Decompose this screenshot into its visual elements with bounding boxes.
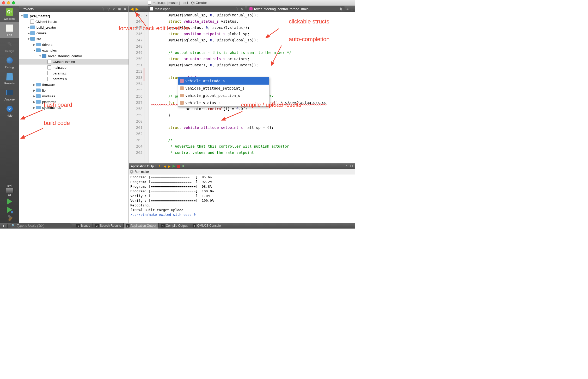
debug-icon	[7, 57, 13, 64]
close-window[interactable]	[2, 1, 5, 4]
file-tab[interactable]: main.cpp* ⇅ ✕	[148, 6, 245, 11]
rerun-icon[interactable]: ↻	[159, 165, 162, 168]
output-header: Application Output ↻ ◀ ▶ ⚑ ⌃ ☐	[129, 163, 355, 169]
line-marker-icon[interactable]: #	[347, 7, 348, 11]
fold-gutter[interactable]: ▼	[144, 12, 149, 163]
struct-icon	[180, 94, 184, 97]
mode-help[interactable]: ? Help	[0, 103, 19, 119]
dropdown-icon[interactable]: ⇅	[102, 7, 105, 11]
chevron-icon: ⇅	[340, 7, 342, 11]
out-back-icon[interactable]: ◀	[164, 165, 166, 168]
edit-icon	[6, 24, 13, 32]
tree-item[interactable]: ▶drivers	[19, 42, 128, 47]
design-icon: ✎	[5, 40, 14, 48]
link-icon[interactable]: ⊘	[113, 7, 115, 11]
out-stop-icon[interactable]	[177, 165, 180, 168]
projects-icon	[6, 73, 13, 80]
window-title: main.cpp [master] - px4 - Qt Creator	[153, 1, 207, 5]
mode-projects[interactable]: Projects	[0, 70, 19, 86]
mode-design[interactable]: ✎ Design	[0, 38, 19, 54]
search-icon: 🔍	[11, 224, 15, 228]
struct-icon	[180, 86, 184, 90]
output-tab[interactable]: ✕ Run make	[129, 169, 355, 174]
split-editor-icon[interactable]: ⊞	[351, 7, 353, 11]
attach-icon[interactable]: ⚑	[182, 165, 185, 168]
tree-item[interactable]: params.h	[19, 76, 128, 82]
tree-item[interactable]: ▶build_creator	[19, 24, 128, 30]
play-debug-icon	[7, 207, 12, 213]
tree-item[interactable]: ▶systemcmds	[19, 105, 128, 110]
mode-edit[interactable]: Edit	[0, 22, 19, 38]
output-body[interactable]: Program: [=================== ] 85.6%Pro…	[129, 174, 355, 223]
tree-item[interactable]: ▼rover_steering_control	[19, 53, 128, 59]
autocomplete-item[interactable]: vehicle_global_position_s	[178, 92, 269, 99]
close-tab-icon[interactable]: ✕	[240, 7, 243, 11]
output-panel: Application Output ↻ ◀ ▶ ⚑ ⌃ ☐	[129, 163, 355, 223]
nav-forward-icon[interactable]: ▶	[136, 7, 139, 11]
target-selector[interactable]: px4 all	[6, 183, 14, 197]
split-icon[interactable]: ⊞	[118, 7, 121, 11]
tree-item[interactable]: ▶modules	[19, 93, 128, 99]
tree-item[interactable]: CMakeLists.txt	[19, 59, 128, 65]
symbol-tab[interactable]: rover_steering_control_thread_main(i... …	[247, 6, 345, 11]
bottom-tab[interactable]: 3Application Output	[124, 223, 158, 229]
autocomplete-item[interactable]: vehicle_attitude_setpoint_s	[178, 85, 269, 92]
project-tree[interactable]: ▼px4 [master]CMakeLists.txt▶build_creato…	[19, 12, 128, 223]
projects-panel: Projects ⇅ ▽ ⊘ ⊞ ✕ ▼px4 [master]CMakeLis…	[19, 6, 129, 223]
tree-item[interactable]: params.c	[19, 70, 128, 76]
bottom-bar: ◧ 🔍 Type to locate (⌘K) 1Issues2Search R…	[0, 223, 355, 229]
tree-item[interactable]: ▶cmake	[19, 30, 128, 36]
bottom-tab[interactable]: 5QML/JS Console	[191, 223, 223, 229]
editor-area: ◀ ▶ main.cpp* ⇅ ✕ rover_steering_control…	[129, 6, 355, 223]
change-marker	[144, 68, 144, 81]
struct-icon	[180, 79, 184, 83]
tree-root[interactable]: ▼px4 [master]	[19, 13, 128, 19]
mode-debug[interactable]: Debug	[0, 54, 19, 70]
mode-bar: Qt Welcome Edit ✎ Design Debug Projects …	[0, 6, 19, 223]
autocomplete-item[interactable]: vehicle_status_s	[178, 99, 269, 106]
bottom-tab[interactable]: 1Issues	[74, 223, 92, 229]
mode-welcome[interactable]: Qt Welcome	[0, 6, 19, 22]
out-fwd-icon[interactable]: ▶	[168, 165, 170, 168]
hammer-icon	[6, 215, 13, 222]
tree-item[interactable]: ▶platforms	[19, 99, 128, 105]
zoom-window[interactable]	[12, 1, 15, 4]
filter-icon[interactable]: ▽	[107, 7, 110, 11]
play-icon	[7, 198, 12, 205]
kit-icon	[6, 188, 14, 193]
tree-item[interactable]: ▼src	[19, 36, 128, 42]
collapse-icon[interactable]: ⌃	[345, 165, 348, 168]
autocomplete-popup[interactable]: vehicle_attitude_s vehicle_attitude_setp…	[178, 77, 269, 107]
sidebar-toggle-icon[interactable]: ◧	[1, 224, 7, 228]
code-editor[interactable]: 2432442452462472482492502512522532542552…	[129, 12, 355, 163]
struct-icon	[180, 101, 184, 105]
out-play-icon[interactable]	[173, 165, 175, 168]
build-button[interactable]	[6, 215, 13, 222]
locator-input[interactable]: 🔍 Type to locate (⌘K)	[9, 223, 72, 228]
tree-item[interactable]: ▶lib	[19, 87, 128, 93]
bottom-tab[interactable]: 4Compile Output	[159, 223, 189, 229]
autocomplete-item[interactable]: vehicle_attitude_s	[178, 77, 269, 85]
mode-analyze[interactable]: Analyze	[0, 86, 19, 103]
output-title: Application Output	[131, 165, 156, 168]
maximize-icon[interactable]: ☐	[350, 165, 353, 168]
titlebar: main.cpp [master] - px4 - Qt Creator	[0, 0, 355, 6]
close-panel-icon[interactable]: ✕	[124, 7, 126, 11]
bottom-tab[interactable]: 2Search Results	[93, 223, 123, 229]
close-output-tab-icon[interactable]: ✕	[130, 170, 133, 174]
line-gutter[interactable]: 2432442452462472482492502512522532542552…	[129, 12, 144, 163]
debug-run-button[interactable]	[7, 207, 12, 213]
run-button[interactable]	[7, 198, 12, 205]
tree-item[interactable]: ▶firmware	[19, 82, 128, 87]
document-icon	[148, 1, 151, 5]
analyze-icon	[6, 90, 13, 95]
function-icon	[249, 7, 253, 10]
projects-title: Projects	[21, 7, 102, 11]
tree-item[interactable]: main.cpp	[19, 65, 128, 70]
tree-item[interactable]: CMakeLists.txt	[19, 19, 128, 24]
help-icon: ?	[7, 106, 13, 112]
minimize-window[interactable]	[7, 1, 10, 4]
nav-back-icon[interactable]: ◀	[130, 7, 133, 11]
projects-header: Projects ⇅ ▽ ⊘ ⊞ ✕	[19, 6, 128, 12]
tree-item[interactable]: ▼examples	[19, 47, 128, 53]
